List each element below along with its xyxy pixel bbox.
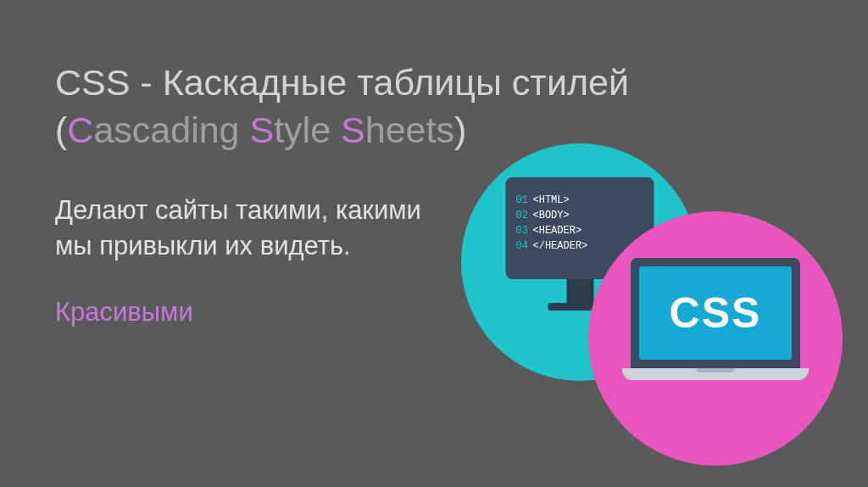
- code-ln1: 01: [516, 193, 533, 208]
- pink-circle: CSS: [588, 211, 843, 466]
- title-letter-s2: S: [341, 109, 365, 150]
- slide-subtitle: Делают сайты такими, какими мы привыкли …: [55, 193, 437, 264]
- code-tag1: <HTML>: [533, 194, 570, 206]
- title-c-rest: ascading: [93, 109, 249, 150]
- title-letter-s1: S: [249, 109, 274, 150]
- laptop-base: [622, 368, 809, 380]
- code-ln2: 02: [516, 208, 533, 223]
- code-ln3: 03: [516, 223, 533, 238]
- paren-open: (: [55, 109, 67, 150]
- title-line1: CSS - Каскадные таблицы стилей: [55, 62, 629, 103]
- code-ln4: 04: [516, 238, 533, 254]
- code-tag2: <BODY>: [533, 210, 570, 221]
- laptop-icon: CSS: [622, 258, 809, 380]
- laptop-screen: CSS: [639, 266, 792, 360]
- title-s1-rest: tyle: [274, 109, 341, 150]
- monitor-stand: [566, 279, 593, 303]
- code-tag3: <HEADER>: [533, 225, 582, 237]
- slide-title: CSS - Каскадные таблицы стилей (Cascadin…: [55, 59, 813, 154]
- laptop-bezel: CSS: [631, 258, 800, 368]
- graphic-area: 01<HTML> 02<BODY> 03<HEADER> 04</HEADER>…: [402, 143, 843, 466]
- code-tag4: </HEADER>: [533, 240, 588, 252]
- title-letter-c: C: [67, 109, 93, 150]
